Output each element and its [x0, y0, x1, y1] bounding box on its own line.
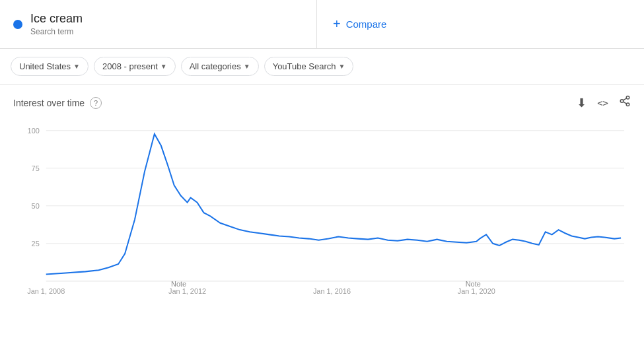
trend-chart: 100 75 50 25 Jan 1, 2008 Jan 1, 2012 Jan… [13, 117, 631, 302]
svg-point-0 [626, 96, 629, 100]
svg-point-1 [620, 100, 624, 103]
filter-bar: United States ▼ 2008 - present ▼ All cat… [0, 49, 644, 84]
download-icon[interactable]: ⬇ [577, 96, 587, 110]
compare-label: Compare [346, 18, 387, 30]
svg-line-3 [623, 102, 626, 104]
term-type: Search term [30, 27, 83, 36]
x-label-2016: Jan 1, 2016 [313, 287, 351, 294]
x-label-2008: Jan 1, 2008 [27, 287, 65, 294]
region-chevron-icon: ▼ [73, 63, 80, 70]
term-name: Ice cream [30, 12, 83, 26]
search-type-chevron-icon: ▼ [339, 63, 345, 70]
category-filter-label: All categories [190, 61, 241, 71]
top-bar: Ice cream Search term + Compare [0, 0, 644, 49]
y-label-50: 50 [32, 202, 40, 210]
chart-container: 100 75 50 25 Jan 1, 2008 Jan 1, 2012 Jan… [13, 117, 631, 302]
chart-title: Interest over time [13, 98, 85, 108]
search-type-filter-label: YouTube Search [273, 61, 336, 71]
chart-section: Interest over time ? ⬇ <> 100 [0, 84, 644, 312]
note-label-1: Note [171, 280, 186, 288]
term-dot [13, 20, 22, 29]
trend-line [46, 134, 621, 275]
category-filter[interactable]: All categories ▼ [181, 57, 259, 76]
time-chevron-icon: ▼ [161, 63, 167, 70]
time-filter[interactable]: 2008 - present ▼ [94, 57, 176, 76]
chart-actions: ⬇ <> [577, 95, 631, 110]
y-label-75: 75 [32, 164, 40, 172]
term-info: Ice cream Search term [30, 12, 83, 36]
svg-line-4 [623, 98, 626, 100]
search-term-box: Ice cream Search term [0, 0, 317, 48]
compare-plus-icon: + [333, 17, 341, 32]
region-filter[interactable]: United States ▼ [11, 57, 89, 76]
time-filter-label: 2008 - present [102, 61, 158, 71]
chart-header: Interest over time ? ⬇ <> [13, 95, 631, 110]
region-filter-label: United States [19, 61, 71, 71]
share-icon[interactable] [619, 95, 631, 110]
help-icon[interactable]: ? [90, 97, 102, 109]
embed-icon[interactable]: <> [597, 98, 608, 108]
note-label-2: Note [466, 280, 481, 288]
y-label-100: 100 [28, 127, 40, 135]
compare-box[interactable]: + Compare [317, 0, 402, 48]
chart-title-area: Interest over time ? [13, 97, 102, 109]
search-type-filter[interactable]: YouTube Search ▼ [264, 57, 354, 76]
y-label-25: 25 [32, 240, 40, 248]
svg-point-2 [626, 103, 629, 106]
category-chevron-icon: ▼ [244, 63, 250, 70]
